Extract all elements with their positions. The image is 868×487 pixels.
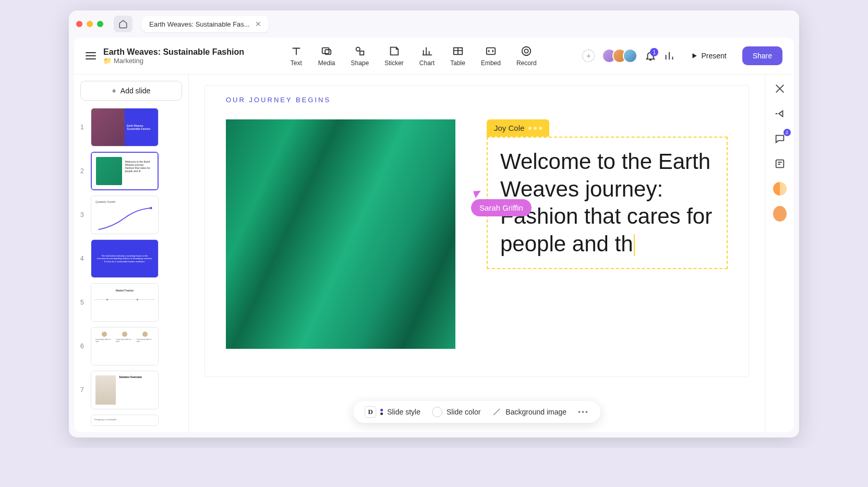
collaborator-avatars[interactable] xyxy=(602,48,637,63)
more-options-button[interactable]: ••• xyxy=(578,408,589,416)
slide-eyebrow[interactable]: OUR JOURNEY BEGINS xyxy=(226,96,728,104)
collaborator-name: Sarah Griffin xyxy=(471,199,532,216)
animation-icon xyxy=(774,108,786,119)
titlebar: Earth Weaves: Sustainable Fas... ✕ xyxy=(69,10,799,38)
maximize-window-icon[interactable] xyxy=(97,21,103,27)
right-rail: 2 xyxy=(765,75,794,432)
table-icon xyxy=(452,45,464,57)
color-swatch-icon xyxy=(432,407,442,417)
main-body: + Add slide 1 Earth Weaves:Sustainable F… xyxy=(74,75,794,432)
thumbnail-row: 1 Earth Weaves:Sustainable Fashion xyxy=(80,108,182,147)
notification-badge: 1 xyxy=(650,48,658,56)
slide-thumbnail-2[interactable]: Welcome to the Earth Weaves journey: Fas… xyxy=(91,152,159,190)
insert-tools: Text Media Shape Sticker Chart xyxy=(255,45,572,67)
table-tool[interactable]: Table xyxy=(450,45,465,67)
thumbnail-row: 7 Solution Overview— xyxy=(80,371,182,409)
media-tool[interactable]: Media xyxy=(318,45,335,67)
minimize-window-icon[interactable] xyxy=(87,21,93,27)
slide-canvas[interactable]: OUR JOURNEY BEGINS Sarah Griffin Joy Col… xyxy=(204,85,749,377)
slide-thumbnail-6[interactable]: Lorem ipsum dolor sit amet Lorem ipsum d… xyxy=(91,327,159,366)
play-icon xyxy=(691,52,698,59)
typing-indicator-icon xyxy=(528,127,542,130)
sticker-icon xyxy=(388,45,401,57)
user-avatar-icon xyxy=(773,206,787,222)
thumbnail-row: 6 Lorem ipsum dolor sit amet Lorem ipsum… xyxy=(80,327,182,366)
background-image-button[interactable]: Background image xyxy=(492,407,566,417)
analytics-button[interactable] xyxy=(664,50,675,62)
slide-number: 1 xyxy=(80,124,86,131)
add-slide-button[interactable]: + Add slide xyxy=(80,81,182,101)
notes-icon xyxy=(774,158,786,169)
thumbnail-row: 5 Market Traction xyxy=(80,283,182,322)
design-icon xyxy=(774,83,786,94)
slide-number: 7 xyxy=(80,386,86,394)
canvas-area: OUR JOURNEY BEGINS Sarah Griffin Joy Col… xyxy=(189,75,765,432)
shape-tool[interactable]: Shape xyxy=(351,45,369,67)
document-info: Earth Weaves: Sustainable Fashion 📁 Mark… xyxy=(86,47,244,65)
slide-options-toolbar: D Slide style Slide color Background ima… xyxy=(353,401,600,423)
notes-button[interactable] xyxy=(773,157,787,171)
thumbnail-row: 3 Quarterly Growth xyxy=(80,196,182,234)
slide-thumbnail-7[interactable]: Solution Overview— xyxy=(91,371,159,409)
embed-icon xyxy=(485,45,497,57)
add-collaborator-button[interactable]: + xyxy=(582,50,595,62)
slide-thumbnail-4[interactable]: The fast fashion industry is wreaking ha… xyxy=(91,239,159,278)
slide-number: 6 xyxy=(80,343,86,350)
header-actions: + 1 Present Share xyxy=(582,46,782,65)
cursor-pointer-icon xyxy=(473,189,483,198)
diagonal-line-icon xyxy=(492,407,501,417)
slide-thumbnail-8[interactable]: Designing a sustainable xyxy=(91,415,159,426)
animations-button[interactable] xyxy=(773,107,787,120)
home-button[interactable] xyxy=(114,16,132,32)
notifications-button[interactable]: 1 xyxy=(645,50,656,62)
theme-button[interactable] xyxy=(773,182,787,196)
slide-sidebar: + Add slide 1 Earth Weaves:Sustainable F… xyxy=(74,75,189,432)
menu-button[interactable] xyxy=(86,52,96,59)
window-controls xyxy=(76,21,103,27)
style-preview-icon: D xyxy=(365,406,376,418)
plus-icon: + xyxy=(112,87,116,95)
text-icon xyxy=(290,45,303,57)
sticker-tool[interactable]: Sticker xyxy=(384,45,404,67)
slide-thumbnails: 1 Earth Weaves:Sustainable Fashion 2 Wel… xyxy=(80,108,182,426)
theme-icon xyxy=(773,182,787,196)
svg-point-8 xyxy=(150,207,152,209)
svg-rect-3 xyxy=(360,51,364,55)
text-tool[interactable]: Text xyxy=(290,45,303,67)
document-tab[interactable]: Earth Weaves: Sustainable Fas... ✕ xyxy=(142,16,269,32)
slide-number: 3 xyxy=(80,211,86,218)
present-button[interactable]: Present xyxy=(682,47,734,64)
media-icon xyxy=(320,45,333,57)
folder-name: Marketing xyxy=(114,57,143,65)
slide-thumbnail-1[interactable]: Earth Weaves:Sustainable Fashion xyxy=(91,108,159,147)
slide-thumbnail-5[interactable]: Market Traction xyxy=(91,283,159,322)
record-icon xyxy=(520,45,533,57)
embed-tool[interactable]: Embed xyxy=(481,45,501,67)
shape-icon xyxy=(354,45,366,57)
editor-tag: Joy Cole xyxy=(487,119,549,137)
slide-content: Joy Cole Welcome to the Earth Weaves jou… xyxy=(226,119,728,349)
document-folder[interactable]: 📁 Marketing xyxy=(103,57,244,65)
app-body: Earth Weaves: Sustainable Fashion 📁 Mark… xyxy=(74,38,794,432)
user-avatar-button[interactable] xyxy=(773,207,787,221)
close-tab-icon[interactable]: ✕ xyxy=(255,20,261,28)
tab-title: Earth Weaves: Sustainable Fas... xyxy=(149,20,250,28)
design-tools-button[interactable] xyxy=(773,82,787,95)
slide-image[interactable] xyxy=(226,119,455,349)
comments-button[interactable]: 2 xyxy=(773,132,787,145)
style-colors-icon xyxy=(380,409,383,415)
slide-style-button[interactable]: D Slide style xyxy=(365,406,420,418)
top-toolbar: Earth Weaves: Sustainable Fashion 📁 Mark… xyxy=(74,38,794,75)
thumbnail-row: 4 The fast fashion industry is wreaking … xyxy=(80,239,182,278)
folder-icon: 📁 xyxy=(103,57,112,65)
chart-tool[interactable]: Chart xyxy=(419,45,435,67)
close-window-icon[interactable] xyxy=(76,21,82,27)
share-button[interactable]: Share xyxy=(742,46,782,65)
chart-icon xyxy=(421,45,433,57)
comment-badge: 2 xyxy=(783,129,791,136)
analytics-icon xyxy=(664,50,675,62)
collaborator-cursor: Sarah Griffin xyxy=(471,190,532,216)
slide-color-button[interactable]: Slide color xyxy=(432,407,480,417)
slide-thumbnail-3[interactable]: Quarterly Growth xyxy=(91,196,159,234)
record-tool[interactable]: Record xyxy=(516,45,537,67)
